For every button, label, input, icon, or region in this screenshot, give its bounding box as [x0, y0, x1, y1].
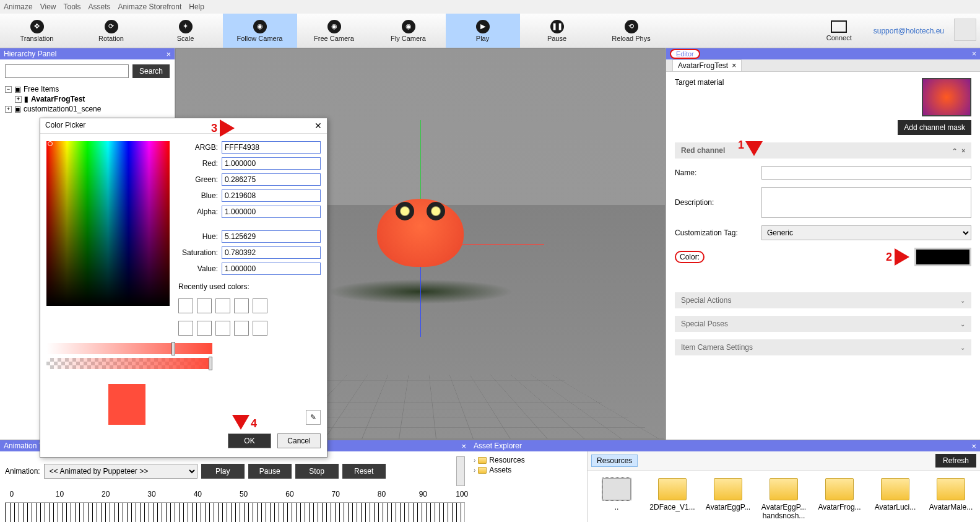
tab-close-icon[interactable]: × — [732, 61, 736, 70]
value-input[interactable] — [222, 263, 321, 275]
close-icon[interactable]: × — [961, 147, 965, 154]
menu-view[interactable]: View — [40, 2, 56, 11]
recent-color-swatch[interactable] — [253, 321, 267, 336]
special-actions-header[interactable]: Special Actions⌄ — [675, 292, 971, 308]
fly-camera-button[interactable]: ◉ Fly Camera — [371, 14, 446, 48]
custom-tag-select[interactable]: Generic — [761, 225, 971, 240]
color-picker-ok-button[interactable]: OK — [228, 433, 271, 448]
recent-colors-label: Recently used colors: — [178, 282, 321, 291]
name-input[interactable] — [761, 166, 971, 180]
color-gradient-picker[interactable] — [46, 141, 170, 306]
red-input[interactable] — [222, 157, 321, 170]
refresh-button[interactable]: Refresh — [935, 454, 976, 468]
menu-tools[interactable]: Tools — [63, 2, 80, 11]
folder-icon — [825, 478, 854, 500]
eyedropper-button[interactable]: ✎ — [306, 410, 321, 425]
recent-color-swatch[interactable] — [253, 298, 267, 313]
editor-title: Editor — [670, 49, 700, 59]
reload-phys-button[interactable]: ⟲ Reload Phys — [594, 14, 669, 48]
folder-item[interactable]: AvatarEggP... handsnosh... — [762, 476, 805, 520]
timeline-play-button[interactable]: Play — [201, 464, 245, 479]
hierarchy-close-icon[interactable]: × — [166, 50, 171, 59]
folder-item[interactable]: AvatarEggP... — [706, 476, 750, 511]
chevron-down-icon: ⌄ — [960, 344, 965, 351]
tab-avatarfrogtest[interactable]: AvatarFrogTest × — [672, 59, 742, 71]
folder-item[interactable]: AvatarLuci... — [874, 476, 917, 511]
color-picker-title-bar[interactable]: Color Picker ✕ — [40, 118, 327, 134]
folder-icon — [602, 478, 631, 500]
expand-icon[interactable]: + — [5, 106, 12, 113]
animation-select[interactable]: << Animated by Puppeteer >> — [44, 464, 197, 479]
menu-help[interactable]: Help — [189, 2, 204, 11]
timeline-stop-button[interactable]: Stop — [295, 464, 339, 479]
hue-input[interactable] — [222, 230, 321, 243]
argb-input[interactable] — [222, 141, 321, 154]
connect-button[interactable]: Connect — [812, 14, 867, 48]
timeline-pause-button[interactable]: Pause — [248, 464, 292, 479]
alpha-slider[interactable] — [46, 358, 212, 369]
folder-item[interactable]: 2DFace_V1... — [651, 476, 694, 511]
translation-button[interactable]: ✥ Translation — [0, 14, 74, 48]
gradient-cursor[interactable] — [48, 141, 53, 146]
description-input[interactable] — [761, 187, 971, 218]
material-thumbnail[interactable] — [922, 78, 971, 116]
special-poses-header[interactable]: Special Poses⌄ — [675, 316, 971, 332]
blue-input[interactable] — [222, 189, 321, 202]
slider-handle[interactable] — [171, 342, 175, 355]
recent-color-swatch[interactable] — [197, 321, 212, 336]
recent-color-swatch[interactable] — [234, 321, 249, 336]
explorer-close-icon[interactable]: × — [971, 442, 976, 451]
recent-color-swatch[interactable] — [234, 298, 249, 313]
scale-label: Scale — [177, 35, 194, 42]
timeline-scrollbar-v[interactable] — [456, 456, 465, 486]
color-picker-cancel-button[interactable]: Cancel — [277, 433, 321, 448]
hierarchy-search-button[interactable]: Search — [132, 64, 170, 78]
collapse-icon[interactable]: ⌃ — [952, 147, 957, 154]
add-channel-mask-button[interactable]: Add channel mask — [898, 120, 971, 135]
tree-item-resources[interactable]: ›Resources — [474, 455, 583, 465]
menu-animaze[interactable]: Animaze — [4, 2, 33, 11]
menu-assets[interactable]: Assets — [89, 2, 111, 11]
tree-item-free-items[interactable]: − ▣Free Items — [5, 84, 170, 94]
pause-button[interactable]: ❚❚ Pause — [520, 14, 594, 48]
red-channel-header[interactable]: Red channel ⌃ × — [675, 142, 971, 159]
hierarchy-search-input[interactable] — [5, 64, 129, 78]
slider-handle[interactable] — [209, 357, 212, 370]
item-camera-header[interactable]: Item Camera Settings⌄ — [675, 339, 971, 355]
tree-item-customization[interactable]: + ▣customization01_scene — [5, 104, 170, 114]
follow-camera-button[interactable]: ◉ Follow Camera — [223, 14, 297, 48]
collapse-icon[interactable]: − — [5, 86, 12, 93]
annotation-3: 3 — [211, 120, 235, 137]
recent-color-swatch[interactable] — [215, 298, 230, 313]
tree-item-assets[interactable]: ›Assets — [474, 465, 583, 475]
green-input[interactable] — [222, 173, 321, 186]
free-camera-button[interactable]: ◉ Free Camera — [297, 14, 371, 48]
folder-icon — [937, 478, 965, 500]
support-link[interactable]: support@holotech.eu — [867, 14, 950, 48]
alpha-input[interactable] — [222, 206, 321, 218]
timeline-ruler[interactable] — [5, 502, 465, 522]
camera-icon: ◉ — [402, 20, 415, 33]
timeline-close-icon[interactable]: × — [461, 442, 466, 451]
rotation-button[interactable]: ⟳ Rotation — [74, 14, 149, 48]
account-icon[interactable] — [954, 19, 976, 41]
folder-item[interactable]: AvatarFrog... — [818, 476, 861, 511]
saturation-slider[interactable] — [46, 343, 212, 354]
breadcrumb[interactable]: Resources — [591, 455, 638, 467]
play-button[interactable]: ▶ Play — [446, 14, 520, 48]
recent-color-swatch[interactable] — [215, 321, 230, 336]
recent-color-swatch[interactable] — [197, 298, 212, 313]
color-swatch[interactable] — [914, 248, 971, 266]
expand-icon[interactable]: + — [15, 96, 22, 103]
recent-color-swatch[interactable] — [178, 321, 193, 336]
saturation-input[interactable] — [222, 246, 321, 259]
scale-button[interactable]: ✶ Scale — [149, 14, 223, 48]
editor-close-icon[interactable]: × — [972, 50, 976, 58]
color-picker-close-icon[interactable]: ✕ — [314, 121, 322, 131]
tree-item-avatarfrogtest[interactable]: + ▮AvatarFrogTest — [15, 94, 170, 104]
folder-up[interactable]: .. — [595, 476, 638, 511]
timeline-reset-button[interactable]: Reset — [342, 464, 386, 479]
menu-storefront[interactable]: Animaze Storefront — [118, 2, 182, 11]
recent-color-swatch[interactable] — [178, 298, 193, 313]
folder-item[interactable]: AvatarMale... — [929, 476, 973, 511]
